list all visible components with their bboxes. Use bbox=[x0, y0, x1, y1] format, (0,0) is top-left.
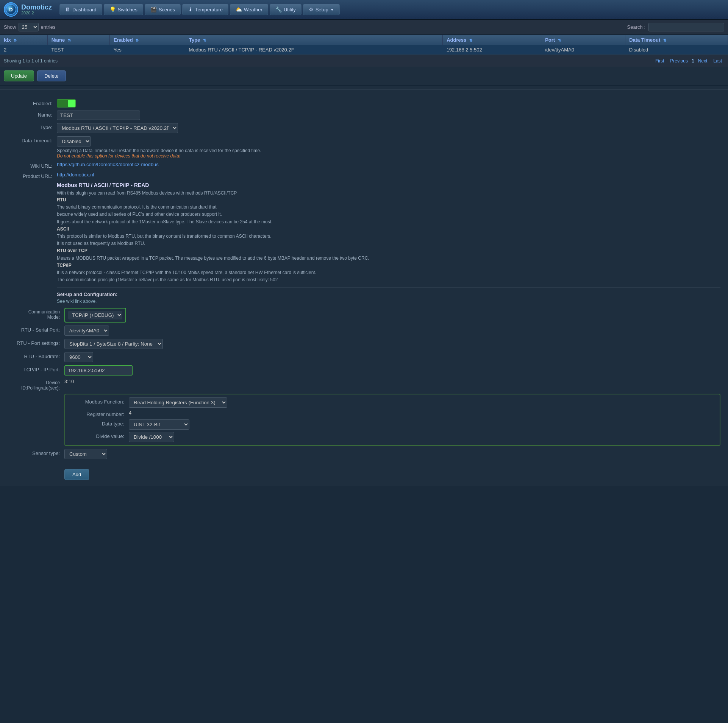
nav-setup-label: Setup bbox=[316, 7, 328, 12]
name-input[interactable] bbox=[57, 111, 140, 120]
data-timeout-field-container: Disabled 10 sec 30 sec 1 min 5 min Speci… bbox=[57, 136, 720, 159]
type-select[interactable]: Modbus RTU / ASCII / TCP/IP - READ v2020… bbox=[57, 123, 178, 133]
table-header-row: Idx ⇅ Name ⇅ Enabled ⇅ Type ⇅ Address ⇅ … bbox=[0, 35, 728, 45]
comm-mode-value: TCP/IP (+DEBUG) TCP/IP RTU ASCII RTU ove… bbox=[64, 308, 720, 323]
action-bar: Update Delete bbox=[0, 67, 728, 86]
nav-setup[interactable]: ⚙ Setup ▼ bbox=[303, 4, 340, 15]
nav-weather-label: Weather bbox=[244, 7, 262, 12]
col-type[interactable]: Type ⇅ bbox=[185, 35, 442, 45]
col-address[interactable]: Address ⇅ bbox=[443, 35, 541, 45]
add-button[interactable]: Add bbox=[64, 469, 89, 480]
data-timeout-select[interactable]: Disabled 10 sec 30 sec 1 min 5 min bbox=[57, 136, 91, 146]
col-port[interactable]: Port ⇅ bbox=[541, 35, 625, 45]
hardware-table: Idx ⇅ Name ⇅ Enabled ⇅ Type ⇅ Address ⇅ … bbox=[0, 35, 728, 55]
sort-name-icon: ⇅ bbox=[68, 38, 71, 42]
product-url-label: Product URL: bbox=[8, 172, 57, 179]
search-input[interactable] bbox=[648, 23, 724, 31]
col-data-timeout[interactable]: Data Timeout ⇅ bbox=[625, 35, 728, 45]
register-num-row: Register number: 4 bbox=[68, 410, 717, 417]
search-label: Search : bbox=[627, 24, 645, 30]
col-name[interactable]: Name ⇅ bbox=[47, 35, 109, 45]
sort-enabled-icon: ⇅ bbox=[136, 38, 139, 42]
modbus-fn-select[interactable]: Read Holding Registers (Function 3) Read… bbox=[129, 397, 227, 408]
divide-select[interactable]: Divide /1 Divide /10 Divide /100 Divide … bbox=[129, 432, 174, 442]
comm-mode-highlight: TCP/IP (+DEBUG) TCP/IP RTU ASCII RTU ove… bbox=[64, 308, 126, 323]
nav-dashboard[interactable]: 🖥 Dashboard bbox=[59, 4, 102, 15]
delete-button[interactable]: Delete bbox=[37, 70, 66, 81]
nav-utility[interactable]: 🔧 Utility bbox=[270, 4, 302, 15]
toggle-indicator bbox=[68, 100, 75, 107]
serial-port-select[interactable]: /dev/ttyAMA0 /dev/ttyUSB0 bbox=[64, 326, 109, 336]
logo-area: D Domoticz 2020.2 bbox=[4, 2, 52, 17]
nav-menu: 🖥 Dashboard 💡 Switches 🎬 Scenes 🌡 Temper… bbox=[59, 4, 340, 15]
product-url-value: http://domoticx.nl bbox=[57, 172, 720, 178]
rtu-title: RTU bbox=[57, 197, 66, 203]
nav-temperature[interactable]: 🌡 Temperature bbox=[182, 4, 228, 15]
wiki-url-row: Wiki URL: https://github.com/DomoticX/do… bbox=[8, 162, 720, 169]
wiki-url-value: https://github.com/DomoticX/domoticz-mod… bbox=[57, 162, 720, 167]
entries-select[interactable]: 25 10 50 100 bbox=[19, 23, 39, 31]
modbus-fn-label: Modbus Function: bbox=[68, 397, 129, 405]
previous-page-btn[interactable]: Previous bbox=[668, 58, 690, 64]
col-idx[interactable]: Idx ⇅ bbox=[0, 35, 47, 45]
logo-version: 2020.2 bbox=[21, 11, 52, 15]
port-settings-select[interactable]: StopBits 1 / ByteSize 8 / Parity: None bbox=[64, 339, 163, 349]
port-settings-row: RTU - Port settings: StopBits 1 / ByteSi… bbox=[8, 339, 720, 349]
cell-enabled: Yes bbox=[110, 45, 185, 55]
cell-type: Modbus RTU / ASCII / TCP/IP - READ v2020… bbox=[185, 45, 442, 55]
data-type-value: UINT 32-Bit INT 32-Bit FLOAT 32-Bit UINT… bbox=[129, 419, 717, 430]
data-timeout-row: Data Timeout: Disabled 10 sec 30 sec 1 m… bbox=[8, 136, 720, 159]
product-url-link[interactable]: http://domoticx.nl bbox=[57, 172, 94, 178]
logo-title: Domoticz bbox=[21, 4, 52, 11]
rtu-desc2: became widely used and all series of PLC… bbox=[57, 211, 720, 218]
nav-switches[interactable]: 💡 Switches bbox=[104, 4, 143, 15]
first-page-btn[interactable]: First bbox=[653, 58, 666, 64]
plugin-info: Modbus RTU / ASCII / TCP/IP - READ With … bbox=[8, 182, 720, 304]
next-page-btn[interactable]: Next bbox=[696, 58, 710, 64]
baudrate-select[interactable]: 1200 2400 4800 9600 19200 bbox=[64, 352, 93, 362]
enabled-toggle[interactable] bbox=[57, 99, 76, 108]
type-field-container: Modbus RTU / ASCII / TCP/IP - READ v2020… bbox=[57, 123, 720, 133]
utility-icon: 🔧 bbox=[275, 6, 282, 12]
baudrate-row: RTU - Baudrate: 1200 2400 4800 9600 1920… bbox=[8, 352, 720, 362]
nav-dashboard-label: Dashboard bbox=[72, 7, 97, 12]
rtu-desc3: It goes about the network protocol of th… bbox=[57, 218, 720, 226]
rtu-tcp-desc: Means a MODBUS RTU packet wrapped in a T… bbox=[57, 255, 720, 262]
tcpip-desc1: It is a network protocol - classic Ether… bbox=[57, 269, 720, 276]
table-footer: Showing 1 to 1 of 1 entries First Previo… bbox=[0, 55, 728, 67]
last-page-btn[interactable]: Last bbox=[711, 58, 724, 64]
enabled-label: Enabled: bbox=[8, 99, 57, 106]
sensor-type-select[interactable]: Custom Temperature Humidity Pressure Cou… bbox=[64, 449, 107, 459]
data-timeout-info: Specifying a Data Timeout will restart t… bbox=[57, 148, 284, 153]
device-id-row: DeviceID:Pollingrate(sec): 3:10 bbox=[8, 379, 720, 391]
ip-port-input[interactable] bbox=[64, 365, 133, 376]
nav-weather[interactable]: ⛅ Weather bbox=[230, 4, 268, 15]
showing-text: Showing 1 to 1 of 1 entries bbox=[4, 58, 58, 64]
serial-port-row: RTU - Serial Port: /dev/ttyAMA0 /dev/tty… bbox=[8, 326, 720, 336]
logo-icon: D bbox=[4, 2, 18, 17]
baudrate-value: 1200 2400 4800 9600 19200 bbox=[64, 352, 720, 362]
wiki-url-link[interactable]: https://github.com/DomoticX/domoticz-mod… bbox=[57, 162, 159, 167]
update-button[interactable]: Update bbox=[4, 70, 34, 81]
table-row[interactable]: 2 TEST Yes Modbus RTU / ASCII / TCP/IP -… bbox=[0, 45, 728, 55]
sort-type-icon: ⇅ bbox=[203, 38, 206, 42]
data-type-row: Data type: UINT 32-Bit INT 32-Bit FLOAT … bbox=[68, 419, 717, 430]
data-type-select[interactable]: UINT 32-Bit INT 32-Bit FLOAT 32-Bit UINT… bbox=[129, 419, 189, 430]
col-enabled[interactable]: Enabled ⇅ bbox=[110, 35, 185, 45]
plugin-title: Modbus RTU / ASCII / TCP/IP - READ bbox=[57, 182, 720, 188]
dashboard-icon: 🖥 bbox=[65, 6, 70, 12]
cell-port: /dev/ttyAMA0 bbox=[541, 45, 625, 55]
comm-mode-select[interactable]: TCP/IP (+DEBUG) TCP/IP RTU ASCII RTU ove… bbox=[68, 311, 122, 319]
setup-dropdown-icon: ▼ bbox=[330, 8, 334, 12]
nav-scenes[interactable]: 🎬 Scenes bbox=[145, 4, 181, 15]
ip-port-value bbox=[64, 365, 720, 376]
comm-mode-label: CommunicationMode: bbox=[8, 308, 64, 320]
serial-port-label: RTU - Serial Port: bbox=[8, 326, 64, 333]
show-label: Show bbox=[4, 24, 16, 30]
device-id-text: 3:10 bbox=[64, 379, 74, 384]
pagination: First Previous 1 Next Last bbox=[653, 58, 724, 64]
wiki-url-label: Wiki URL: bbox=[8, 162, 57, 169]
type-label: Type: bbox=[8, 123, 57, 130]
ascii-title: ASCII bbox=[57, 226, 69, 232]
setup-icon: ⚙ bbox=[309, 6, 314, 12]
